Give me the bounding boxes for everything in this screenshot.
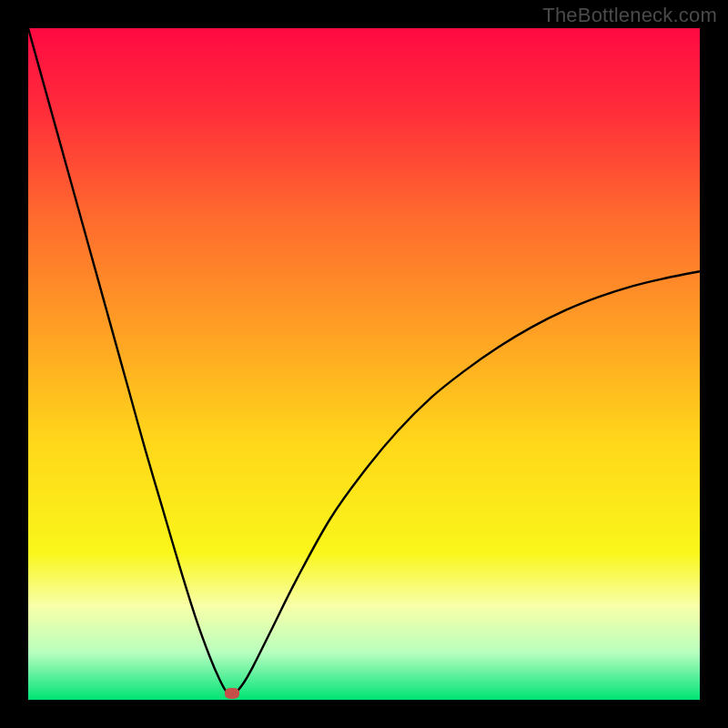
optimum-marker (225, 688, 239, 699)
chart-frame: TheBottleneck.com (0, 0, 728, 728)
plot-area (28, 28, 700, 700)
watermark-text: TheBottleneck.com (542, 4, 717, 27)
bottleneck-curve (28, 28, 700, 700)
